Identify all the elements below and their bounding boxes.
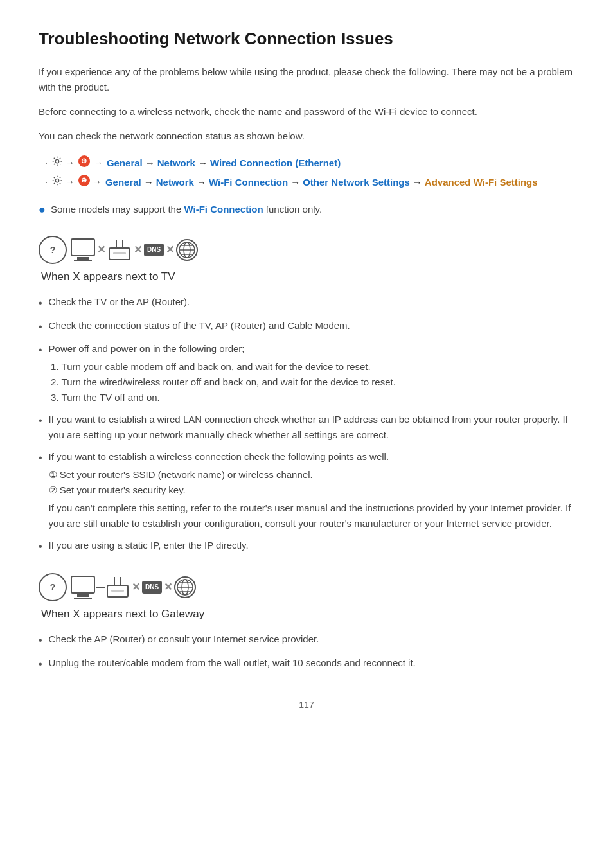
question-icon-2: ?	[39, 573, 67, 601]
note-text: Some models may support the Wi-Fi Connec…	[51, 202, 322, 217]
nav-advanced-wifi: Advanced Wi-Fi Settings	[425, 175, 538, 190]
x-mark-5: ✕	[164, 579, 172, 596]
nav-path-1: · → ⊕ → General → Network → Wired Connec…	[45, 155, 574, 171]
x-mark-4: ✕	[132, 579, 140, 596]
page-title: Troubleshooting Network Connection Issue…	[39, 26, 574, 53]
dns-badge-1: DNS	[144, 244, 164, 256]
list-item: Turn the wired/wireless router off and b…	[62, 375, 574, 390]
dns-badge-2: DNS	[142, 581, 162, 594]
nav-general-2: General	[105, 175, 141, 190]
x-mark-2: ✕	[134, 242, 142, 258]
bullet-item: • If you want to establish a wireless co…	[39, 449, 574, 531]
nav-wired: Wired Connection (Ethernet)	[210, 155, 341, 171]
nav-other-network: Other Network Settings	[303, 175, 410, 190]
bullet-item: • Check the TV or the AP (Router).	[39, 294, 574, 312]
bullet-item: • Power off and power on in the followin…	[39, 341, 574, 405]
conn-line	[96, 587, 105, 588]
list-item: ② Set your router's security key.	[49, 483, 574, 498]
list-item: If you can't complete this setting, refe…	[49, 500, 574, 531]
intro-para-3: You can check the network connection sta…	[39, 128, 574, 144]
svg-point-1	[55, 179, 58, 182]
nav-general-1: General	[107, 155, 143, 171]
router-icon-1	[109, 240, 130, 260]
diagram-1-icons: ? ✕ ✕ DNS ✕	[39, 236, 574, 264]
bullet-item: • Check the AP (Router) or consult your …	[39, 632, 574, 649]
diagram-2-icons: ? ✕ DNS ✕	[39, 573, 574, 601]
question-tv-icon: ?	[39, 236, 67, 264]
nav-path-2: · → ⊕ → General → Network → Wi-Fi Connec…	[45, 175, 574, 190]
x-mark-3: ✕	[166, 242, 174, 258]
diagram-1-bullets: • Check the TV or the AP (Router). • Che…	[39, 294, 574, 555]
list-item: Turn your cable modem off and back on, a…	[62, 359, 574, 375]
gear-icon	[51, 155, 63, 167]
intro-para-1: If you experience any of the problems be…	[39, 64, 574, 95]
diagram-2-label: When X appears next to Gateway	[41, 605, 574, 623]
nav-network-2: Network	[156, 175, 194, 190]
globe-icon-1	[176, 239, 198, 261]
bullet-item: • Check the connection status of the TV,…	[39, 318, 574, 335]
x-mark-1: ✕	[97, 242, 105, 258]
list-item: ① Set your router's SSID (network name) …	[49, 467, 574, 483]
diagram-1-section: ? ✕ ✕ DNS ✕	[39, 236, 574, 285]
wifi-bold: Wi-Fi Connection	[184, 204, 263, 215]
list-item: Turn the TV off and on.	[62, 390, 574, 405]
globe-icon-2	[174, 576, 196, 598]
router-icon-2	[107, 577, 129, 598]
circle-btn-icon-2: ⊕	[78, 175, 90, 186]
bullet-item: • If you want to establish a wired LAN c…	[39, 412, 574, 443]
note-item: ● Some models may support the Wi-Fi Conn…	[39, 202, 574, 218]
intro-para-2: Before connecting to a wireless network,…	[39, 104, 574, 120]
nav-network-1: Network	[157, 155, 195, 171]
bullet-item: • If you are using a static IP, enter th…	[39, 538, 574, 555]
tv-icon-2	[71, 576, 95, 599]
nav-paths: · → ⊕ → General → Network → Wired Connec…	[45, 155, 574, 190]
gear-icon-2	[51, 175, 63, 186]
svg-point-0	[55, 159, 58, 163]
nav-wifi: Wi-Fi Connection	[209, 175, 288, 190]
diagram-1-label: When X appears next to TV	[41, 268, 574, 285]
circle-btn-icon-1: ⊕	[78, 155, 90, 167]
bullet-item: • Unplug the router/cable modem from the…	[39, 655, 574, 673]
diagram-2-section: ? ✕ DNS ✕	[39, 573, 574, 623]
note-bullet: ●	[39, 202, 46, 218]
page-number: 117	[39, 698, 574, 712]
diagram-2-bullets: • Check the AP (Router) or consult your …	[39, 632, 574, 672]
tv-icon	[71, 238, 95, 261]
